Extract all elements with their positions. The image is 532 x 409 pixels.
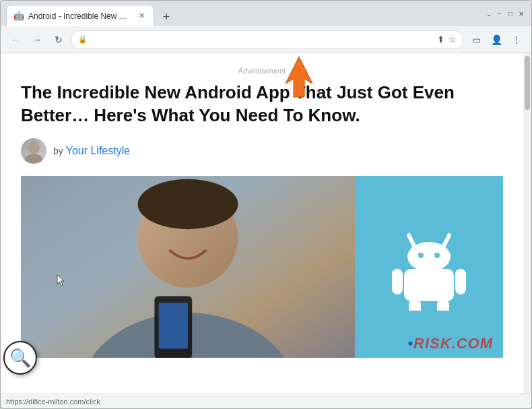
bookmark-icon[interactable]: ☆ [448, 34, 457, 44]
navigation-toolbar: ← → ↻ 🔒 ⬆ ☆ ▭ 👤 ⋮ [1, 26, 531, 53]
toolbar-right-buttons: ▭ 👤 ⋮ [467, 30, 526, 49]
tab-favicon: 🤖 [13, 11, 24, 22]
title-bar: 🤖 Android - Incredible New App - ✕ + ⌄ −… [1, 1, 531, 26]
collapse-button[interactable]: ⌄ [484, 9, 494, 18]
tab-close-button[interactable]: ✕ [136, 11, 147, 22]
cast-button[interactable]: ▭ [467, 30, 486, 49]
tab-title-text: Android - Incredible New App - [28, 11, 132, 21]
maximize-button[interactable]: □ [506, 9, 515, 18]
new-tab-button[interactable]: + [157, 7, 176, 26]
author-prefix: by [53, 146, 66, 156]
page-content: Advertisement The Incredible New Android… [1, 53, 523, 394]
author-link[interactable]: Your Lifestyle [66, 145, 130, 156]
svg-rect-16 [455, 269, 466, 294]
svg-rect-18 [437, 298, 449, 311]
author-avatar-image [21, 138, 46, 164]
status-url: https://difice-milton.com/click [6, 398, 100, 406]
forward-button[interactable]: → [28, 30, 46, 49]
address-bar[interactable]: 🔒 ⬆ ☆ [71, 30, 464, 49]
status-bar: https://difice-milton.com/click [1, 394, 531, 408]
scrollbar-thumb[interactable] [525, 56, 530, 110]
more-menu-button[interactable]: ⋮ [507, 30, 526, 49]
svg-point-6 [138, 179, 238, 228]
article-title: The Incredible New Android App That Just… [21, 82, 503, 127]
article-image: •RISK.COM [21, 176, 503, 358]
refresh-button[interactable]: ↻ [49, 30, 68, 49]
advertisement-label: Advertisement [21, 67, 503, 75]
tab-bar: 🤖 Android - Incredible New App - ✕ + [6, 1, 479, 26]
scrollbar[interactable] [523, 53, 531, 394]
author-row: by Your Lifestyle [21, 138, 503, 164]
back-button[interactable]: ← [6, 30, 25, 49]
svg-point-2 [25, 154, 42, 164]
author-text: by Your Lifestyle [53, 145, 130, 157]
close-button[interactable]: ✕ [517, 9, 526, 18]
account-button[interactable]: 👤 [487, 30, 506, 49]
article-image-left [21, 176, 355, 358]
browser-window: 🤖 Android - Incredible New App - ✕ + ⌄ −… [0, 0, 532, 409]
svg-point-11 [407, 242, 451, 272]
window-controls: ⌄ − □ ✕ [484, 9, 526, 18]
svg-rect-14 [404, 269, 454, 301]
article-image-right [355, 176, 503, 358]
lock-icon: 🔒 [78, 35, 88, 44]
svg-rect-8 [159, 303, 188, 348]
mouse-cursor [55, 274, 68, 290]
svg-point-12 [418, 253, 424, 258]
minimize-button[interactable]: − [495, 9, 504, 18]
author-avatar [21, 138, 46, 164]
share-icon[interactable]: ⬆ [437, 34, 444, 44]
svg-rect-15 [392, 269, 403, 294]
svg-rect-17 [409, 298, 421, 311]
search-popup-icon[interactable]: 🔍 [3, 341, 37, 375]
svg-point-13 [434, 253, 440, 258]
active-tab[interactable]: 🤖 Android - Incredible New App - ✕ [6, 5, 154, 26]
content-area: Advertisement The Incredible New Android… [1, 53, 531, 394]
svg-point-1 [28, 141, 40, 154]
